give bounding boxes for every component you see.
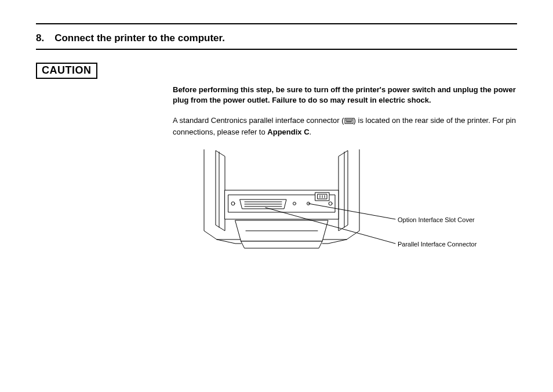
warning-text: Before performing this step, be sure to … [173, 85, 517, 105]
printer-diagram [173, 144, 497, 271]
svg-rect-1 [346, 119, 352, 121]
section-heading: 8. Connect the printer to the computer. [36, 32, 517, 44]
connector-icon [344, 117, 354, 127]
manual-page: 8. Connect the printer to the computer. … [0, 0, 553, 271]
callout-parallel-connector: Parallel Interface Connector [398, 240, 476, 249]
heading-number: 8. [36, 32, 44, 44]
svg-point-6 [231, 202, 235, 205]
paragraph-after: . [310, 128, 312, 136]
callout-option-slot: Option Interface Slot Cover [398, 216, 475, 224]
heading-title: Connect the printer to the computer. [54, 32, 225, 44]
svg-point-17 [293, 202, 296, 205]
caution-label: CAUTION [36, 63, 97, 79]
paragraph-pre: A standard Centronics parallel interface… [173, 116, 344, 125]
top-rule [36, 23, 517, 24]
appendix-ref: Appendix C [267, 128, 309, 136]
body-column: Before performing this step, be sure to … [173, 85, 517, 271]
printer-figure: Option Interface Slot Cover Parallel Int… [173, 144, 497, 271]
svg-rect-0 [345, 118, 353, 124]
svg-point-7 [329, 202, 332, 205]
description-paragraph: A standard Centronics parallel interface… [173, 115, 517, 137]
heading-underline [36, 49, 517, 50]
